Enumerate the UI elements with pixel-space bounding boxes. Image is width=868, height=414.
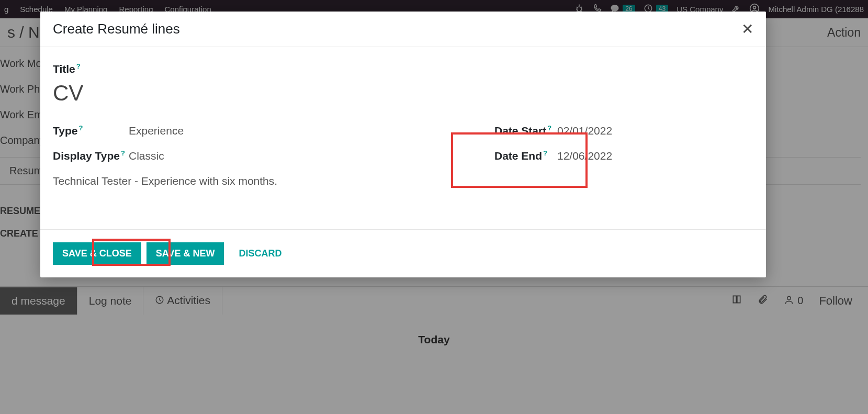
value-type[interactable]: Experience: [129, 125, 184, 137]
modal-title: Create Resumé lines: [53, 21, 180, 37]
save-close-button[interactable]: SAVE & CLOSE: [53, 242, 141, 265]
help-icon[interactable]: ?: [78, 124, 83, 132]
modal-header: Create Resumé lines ✕: [40, 12, 766, 47]
discard-button[interactable]: DISCARD: [229, 242, 291, 265]
label-date-start: Date Start?: [494, 125, 557, 137]
label-type: Type?: [53, 125, 129, 137]
label-display-type: Display Type?: [53, 150, 129, 162]
close-icon[interactable]: ✕: [741, 22, 753, 37]
save-new-button[interactable]: SAVE & NEW: [146, 242, 224, 265]
label-date-end: Date End?: [494, 150, 557, 162]
value-date-start[interactable]: 02/01/2022: [557, 125, 612, 137]
modal-body: Title? CV Type? Experience Display Type?…: [40, 47, 766, 229]
value-description[interactable]: Technical Tester - Experience with six m…: [53, 175, 312, 187]
create-resume-lines-dialog: Create Resumé lines ✕ Title? CV Type? Ex…: [40, 12, 766, 277]
label-title: Title?: [53, 63, 753, 75]
value-display-type[interactable]: Classic: [129, 150, 164, 162]
help-icon[interactable]: ?: [547, 124, 551, 132]
value-date-end[interactable]: 12/06/2022: [557, 150, 612, 162]
value-title[interactable]: CV: [53, 75, 753, 106]
help-icon[interactable]: ?: [121, 149, 125, 157]
help-icon[interactable]: ?: [76, 62, 81, 70]
modal-footer: SAVE & CLOSE SAVE & NEW DISCARD: [40, 229, 766, 277]
help-icon[interactable]: ?: [543, 149, 547, 157]
